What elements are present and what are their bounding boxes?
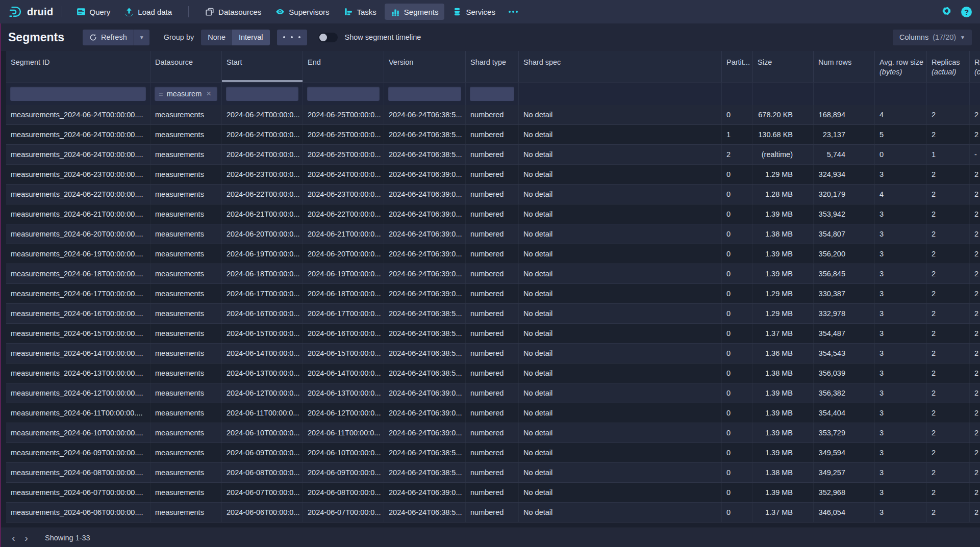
nav-item-segments[interactable]: Segments [385,4,445,20]
table-row[interactable]: measurements_2024-06-09T00:00:00....meas… [6,443,980,463]
table-row[interactable]: measurements_2024-06-22T00:00:00....meas… [6,185,980,204]
table-row[interactable]: measurements_2024-06-08T00:00:00....meas… [6,463,980,483]
filter-input-ver[interactable] [388,87,461,101]
filter-input-end[interactable] [307,87,380,101]
cell-ver: 2024-06-24T06:38:5... [384,463,466,482]
remove-tag-icon[interactable]: × [206,89,211,99]
column-header-ver[interactable]: Version [384,51,466,82]
filter-input-id[interactable] [10,87,146,101]
nav-item-services[interactable]: Services [446,4,501,20]
next-page-button[interactable]: › [20,532,33,543]
cell-size: 1.37 MB [753,324,814,343]
table-row[interactable]: measurements_2024-06-24T00:00:00....meas… [6,145,980,165]
table-row[interactable]: measurements_2024-06-12T00:00:00....meas… [6,383,980,403]
gear-icon[interactable] [941,6,952,18]
cell-spec: No detail [519,264,722,283]
cell-start: 2024-06-24T00:00:0... [222,125,303,144]
more-options-button[interactable] [277,30,307,45]
nav-item-query[interactable]: Query [70,4,117,20]
cell-rows: 354,807 [814,224,875,244]
cell-spec: No detail [519,423,722,442]
previous-page-button[interactable]: ‹ [7,532,20,543]
table-row[interactable]: measurements_2024-06-17T00:00:00....meas… [6,284,980,304]
cell-size: 1.36 MB [753,344,814,363]
druid-logo[interactable]: druid [8,5,54,19]
cell-part: 0 [722,324,753,343]
table-row[interactable]: measurements_2024-06-20T00:00:00....meas… [6,224,980,244]
filter-input-start[interactable] [226,87,298,101]
cell-avg: 3 [875,304,927,323]
table-row[interactable]: measurements_2024-06-24T00:00:00....meas… [6,125,980,145]
equals-icon: = [159,90,163,98]
columns-button[interactable]: Columns (17/20) ▼ [893,30,972,45]
cell-shard: numbered [466,403,519,423]
group-by-none-button[interactable]: None [201,30,232,45]
column-header-part[interactable]: Partit... [722,51,753,82]
nav-item-load-data[interactable]: Load data [118,4,178,20]
table-row[interactable]: measurements_2024-06-07T00:00:00....meas… [6,483,980,503]
refresh-button[interactable]: Refresh [83,30,134,45]
cell-rf: 2 [970,403,980,423]
help-icon[interactable]: ? [961,7,972,17]
cell-rf: 2 [970,344,980,363]
cell-start: 2024-06-19T00:00:0... [222,244,303,264]
column-header-shard[interactable]: Shard type [466,51,519,82]
column-header-start[interactable]: Start [222,51,303,82]
nav-item-supervisors[interactable]: Supervisors [269,4,335,20]
cell-ds: measurements [150,304,222,323]
nav-item-label: Segments [404,8,439,16]
cell-ds: measurements [150,264,222,283]
cell-shard: numbered [466,443,519,462]
column-header-id[interactable]: Segment ID [6,51,150,82]
cell-id: measurements_2024-06-14T00:00:00.... [6,344,150,363]
filter-input-shard[interactable] [470,87,514,101]
nav-items: Query Load data Datasources Supervisors [70,4,523,20]
cell-shard: numbered [466,264,519,283]
table-row[interactable]: measurements_2024-06-21T00:00:00....meas… [6,204,980,224]
cell-id: measurements_2024-06-13T00:00:00.... [6,363,150,383]
nav-more-button[interactable] [504,7,523,16]
group-by-interval-button[interactable]: Interval [232,30,270,45]
table-row[interactable]: measurements_2024-06-06T00:00:00....meas… [6,503,980,523]
refresh-dropdown-button[interactable]: ▼ [134,30,149,45]
nav-item-tasks[interactable]: Tasks [338,4,383,20]
cell-id: measurements_2024-06-11T00:00:00.... [6,403,150,423]
cell-spec: No detail [519,105,722,124]
cell-size: 130.68 KB [753,125,814,144]
logo-text: druid [27,6,54,18]
segment-timeline-toggle[interactable] [318,33,338,42]
table-row[interactable]: measurements_2024-06-23T00:00:00....meas… [6,165,980,185]
table-row[interactable]: measurements_2024-06-16T00:00:00....meas… [6,304,980,324]
filter-input-ds[interactable]: =measurem× [155,87,217,101]
cell-part: 0 [722,423,753,442]
table-row[interactable]: measurements_2024-06-14T00:00:00....meas… [6,344,980,363]
toggle-knob [319,34,327,41]
column-header-ds[interactable]: Datasource [150,51,222,82]
column-header-rows[interactable]: Num rows [814,51,875,82]
cell-spec: No detail [519,403,722,423]
datasources-icon [205,7,214,16]
cell-spec: No detail [519,344,722,363]
column-header-spec[interactable]: Shard spec [519,51,722,82]
column-header-rep[interactable]: Replicas(actual) [927,51,970,82]
column-header-avg[interactable]: Avg. row size(bytes) [875,51,927,82]
table-row[interactable]: measurements_2024-06-18T00:00:00....meas… [6,264,980,284]
table-row[interactable]: measurements_2024-06-13T00:00:00....meas… [6,363,980,383]
cell-spec: No detail [519,383,722,403]
nav-item-label: Load data [138,8,172,16]
column-header-label: Shard type [470,58,514,67]
table-row[interactable]: measurements_2024-06-24T00:00:00....meas… [6,105,980,125]
cell-shard: numbered [466,244,519,264]
cell-part: 0 [722,105,753,124]
column-header-size[interactable]: Size [753,51,814,82]
cell-part: 0 [722,284,753,303]
table-row[interactable]: measurements_2024-06-19T00:00:00....meas… [6,244,980,264]
column-header-end[interactable]: End [303,51,384,82]
table-row[interactable]: measurements_2024-06-11T00:00:00....meas… [6,403,980,423]
column-header-rf[interactable]: Replication factor(configured) [970,51,980,82]
column-header-label: Version [389,58,461,67]
nav-item-datasources[interactable]: Datasources [199,4,267,20]
table-row[interactable]: measurements_2024-06-15T00:00:00....meas… [6,324,980,344]
table-row[interactable]: measurements_2024-06-10T00:00:00....meas… [6,423,980,443]
cell-end: 2024-06-17T00:00:0... [303,304,384,323]
